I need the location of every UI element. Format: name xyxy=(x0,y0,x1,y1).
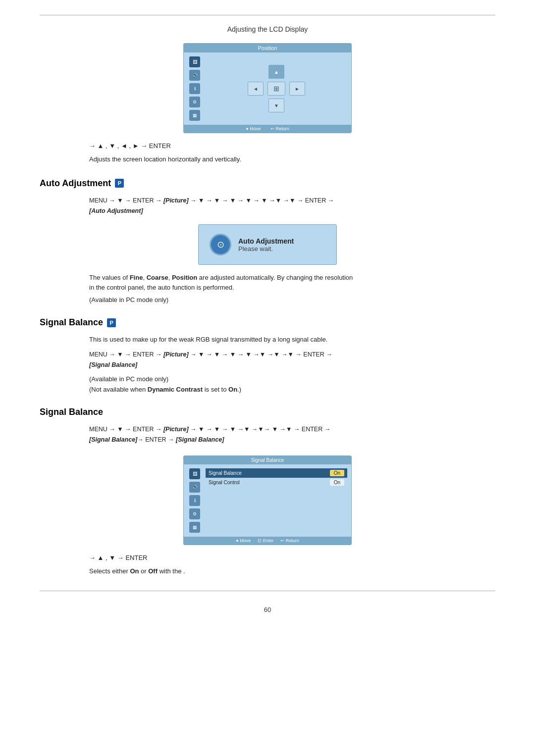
position-osd-footer: ● Move ↩ Return xyxy=(184,125,351,133)
signal-balance-p-menu-path: MENU → ▼ → ENTER → [Picture] → ▼ → ▼ → ▼… xyxy=(89,350,495,371)
sb-icon-sound: 🔊 xyxy=(189,482,200,493)
sb-p-path-line1: MENU → ▼ → ENTER → [Picture] → ▼ → ▼ → ▼… xyxy=(89,351,332,358)
position-osd-menu: Position 🖼 🔊 ℹ ⚙ ▦ ▲ xyxy=(183,43,352,133)
auto-adj-path-line1: MENU → ▼ → ENTER → [Picture] → ▼ → ▼ → ▼… xyxy=(89,197,334,204)
arrow-down: ▼ xyxy=(268,99,284,112)
signal-balance-osd-sidebar: 🖼 🔊 ℹ ⚙ ▦ xyxy=(188,468,202,533)
osd-icon-input: ▦ xyxy=(189,110,200,121)
auto-adjustment-dialog: ⊙ Auto Adjustment Please wait. xyxy=(40,224,495,265)
sb-footer-enter: ⊡ Enter xyxy=(258,538,273,543)
footer-return-label: ↩ Return xyxy=(270,126,289,131)
auto-adjustment-dialog-title: Auto Adjustment xyxy=(238,237,294,245)
auto-adjustment-text: Auto Adjustment Please wait. xyxy=(238,237,294,252)
signal-balance-heading: Signal Balance xyxy=(40,407,495,417)
osd-icon-info: ℹ xyxy=(189,83,200,94)
signal-balance-description: Selects either On or Off with the . xyxy=(89,566,495,576)
sb-row1-value: On xyxy=(330,470,344,476)
auto-adjustment-description: The values of Fine, Coarse, Position are… xyxy=(89,273,495,292)
position-middle-row: ◄ ⊞ ► xyxy=(248,82,305,96)
sb-icon-input: ▦ xyxy=(189,522,200,533)
page-number: 60 xyxy=(40,606,495,613)
adjusts-screen-description: Adjusts the screen location horizontally… xyxy=(89,154,495,164)
sb-icon-settings: ⚙ xyxy=(189,508,200,519)
position-osd-body: 🖼 🔊 ℹ ⚙ ▦ ▲ ◄ xyxy=(184,52,351,125)
auto-adj-desc-line2: in the control panel, the auto function … xyxy=(89,284,234,291)
signal-balance-menu-path: MENU → ▼ → ENTER → [Picture] → ▼ → ▼ → ▼… xyxy=(89,424,495,446)
auto-adjustment-avail-note: (Available in PC mode only) xyxy=(89,296,495,303)
position-center-icon: ⊞ xyxy=(268,82,285,96)
position-screenshot: Position 🖼 🔊 ℹ ⚙ ▦ ▲ xyxy=(40,43,495,133)
sb-path-line2: [Signal Balance]→ ENTER → [Signal Balanc… xyxy=(89,436,224,443)
signal-balance-osd-body: 🖼 🔊 ℹ ⚙ ▦ Signal Balance On Signal Contr… xyxy=(184,464,351,537)
arrow-right: ► xyxy=(289,82,305,96)
auto-adjustment-dialog-subtitle: Please wait. xyxy=(238,245,273,252)
sb-row2-value: On xyxy=(330,479,344,486)
position-nav-instruction: → ▲ , ▼ , ◄ , ► → ENTER xyxy=(89,142,495,150)
signal-balance-row2: Signal Control On xyxy=(206,478,347,487)
signal-balance-p-not-avail-note: (Not available when Dynamic Contrast is … xyxy=(89,386,495,393)
arrow-left: ◄ xyxy=(248,82,264,96)
auto-adjustment-box: ⊙ Auto Adjustment Please wait. xyxy=(198,224,337,265)
sb-footer-move: ● Move xyxy=(236,538,251,543)
signal-balance-p-title: Signal Balance xyxy=(40,317,103,328)
signal-balance-nav-instruction: → ▲ , ▼ → ENTER xyxy=(89,554,495,561)
position-osd-content: ▲ ◄ ⊞ ► ▼ xyxy=(206,56,347,121)
auto-adj-path-line2: [Auto Adjustment] xyxy=(89,207,143,214)
signal-balance-p-badge: P xyxy=(107,318,116,327)
signal-balance-title: Signal Balance xyxy=(40,407,103,417)
auto-adjustment-icon: ⊙ xyxy=(210,234,231,255)
position-bottom-row: ▼ xyxy=(247,99,306,112)
sb-row2-label: Signal Control xyxy=(209,480,240,485)
sb-path-line1: MENU → ▼ → ENTER → [Picture] → ▼ → ▼ → ▼… xyxy=(89,426,330,433)
signal-balance-osd-titlebar: Signal Balance xyxy=(184,456,351,464)
signal-balance-osd-content: Signal Balance On Signal Control On xyxy=(206,468,347,533)
signal-balance-p-avail-note: (Available in PC mode only) xyxy=(89,375,495,383)
sb-footer-return: ↩ Return xyxy=(280,538,299,543)
arrow-up: ▲ xyxy=(268,65,284,79)
position-osd-titlebar: Position xyxy=(184,44,351,52)
sb-row1-label: Signal Balance xyxy=(209,470,242,476)
auto-adjustment-menu-path: MENU → ▼ → ENTER → [Picture] → ▼ → ▼ → ▼… xyxy=(89,196,495,217)
page-container: Adjusting the LCD Display Position 🖼 🔊 ℹ… xyxy=(0,0,535,756)
signal-balance-p-heading: Signal Balance P xyxy=(40,317,495,328)
signal-balance-osd-footer: ● Move ⊡ Enter ↩ Return xyxy=(184,537,351,545)
sb-icon-picture: 🖼 xyxy=(189,468,200,479)
auto-adjustment-heading: Auto Adjustment P xyxy=(40,178,495,189)
position-top-row: ▲ xyxy=(247,65,306,79)
sb-icon-info: ℹ xyxy=(189,495,200,506)
position-arrows-container: ▲ ◄ ⊞ ► ▼ xyxy=(247,65,306,112)
signal-balance-row1: Signal Balance On xyxy=(206,468,347,478)
position-osd-sidebar: 🖼 🔊 ℹ ⚙ ▦ xyxy=(188,56,202,121)
auto-adj-desc-line1: The values of Fine, Coarse, Position are… xyxy=(89,274,353,281)
signal-balance-osd-menu: Signal Balance 🖼 🔊 ℹ ⚙ ▦ Signal Balance … xyxy=(183,455,352,545)
signal-balance-screenshot: Signal Balance 🖼 🔊 ℹ ⚙ ▦ Signal Balance … xyxy=(40,455,495,545)
footer-move-label: ● Move xyxy=(246,126,261,131)
sb-p-path-line2: [Signal Balance] xyxy=(89,361,137,368)
page-title: Adjusting the LCD Display xyxy=(40,25,495,33)
bottom-border xyxy=(40,591,495,591)
osd-icon-sound: 🔊 xyxy=(189,70,200,81)
signal-balance-p-description: This is used to make up for the weak RGB… xyxy=(89,335,495,345)
auto-adjustment-title: Auto Adjustment xyxy=(40,178,111,189)
osd-icon-picture: 🖼 xyxy=(189,56,200,67)
osd-icon-settings: ⚙ xyxy=(189,97,200,107)
auto-adjustment-badge: P xyxy=(115,179,124,188)
top-border xyxy=(40,15,495,15)
